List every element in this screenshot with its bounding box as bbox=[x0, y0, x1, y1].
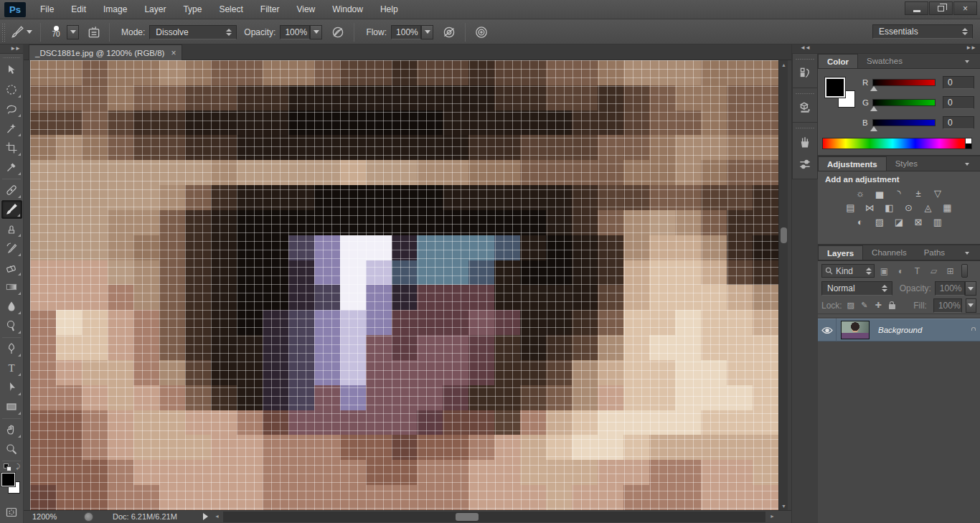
blue-value-field[interactable]: 0 bbox=[943, 116, 974, 129]
brush-settings-panel-button[interactable] bbox=[794, 154, 816, 175]
collapse-dock-button[interactable]: ►► bbox=[818, 44, 980, 54]
panel-grip[interactable] bbox=[796, 92, 814, 95]
foreground-color-swatch[interactable] bbox=[825, 77, 845, 98]
menu-select[interactable]: Select bbox=[210, 0, 251, 19]
menu-edit[interactable]: Edit bbox=[62, 0, 95, 19]
tab-styles[interactable]: Styles bbox=[887, 156, 926, 171]
brush-preset-widget[interactable]: 70 bbox=[45, 23, 79, 42]
flow-select[interactable]: 100% bbox=[391, 25, 421, 39]
tab-color[interactable]: Color bbox=[818, 54, 858, 68]
green-value-field[interactable]: 0 bbox=[943, 96, 974, 109]
toggle-brush-panel-button[interactable] bbox=[83, 23, 105, 42]
history-panel-button[interactable] bbox=[794, 62, 816, 84]
status-flyout-button[interactable] bbox=[203, 513, 208, 520]
pressure-size-button[interactable] bbox=[470, 23, 493, 42]
swap-colors-widget[interactable]: ⤸ bbox=[2, 463, 21, 471]
red-value-field[interactable]: 0 bbox=[943, 76, 974, 89]
tool-preset-picker[interactable] bbox=[6, 23, 36, 42]
color-spectrum-ramp[interactable] bbox=[822, 138, 966, 149]
tab-close-icon[interactable]: × bbox=[171, 49, 176, 57]
adjustment-brightness-contrast-icon[interactable]: ☼ bbox=[853, 187, 867, 199]
shape-tool[interactable] bbox=[1, 397, 22, 416]
red-slider[interactable] bbox=[872, 79, 936, 86]
opacity-dropdown-button[interactable] bbox=[310, 25, 322, 39]
quick-selection-tool[interactable] bbox=[1, 119, 22, 138]
horizontal-scrollbar[interactable] bbox=[223, 512, 765, 522]
canvas-image[interactable] bbox=[30, 60, 778, 510]
workspace-switcher[interactable]: Essentials bbox=[872, 24, 973, 39]
menu-image[interactable]: Image bbox=[95, 0, 136, 19]
adjustment-color-balance-icon[interactable]: ⋈ bbox=[863, 201, 877, 214]
close-button[interactable]: × bbox=[953, 1, 977, 15]
filter-pixel-layers-icon[interactable]: ▣ bbox=[877, 264, 891, 278]
slider-thumb[interactable] bbox=[870, 126, 877, 131]
pen-tool[interactable] bbox=[1, 339, 22, 358]
menu-file[interactable]: File bbox=[32, 0, 62, 19]
quick-mask-button[interactable] bbox=[1, 503, 22, 522]
lock-position-icon[interactable]: ✚ bbox=[873, 300, 883, 311]
restore-button[interactable] bbox=[929, 1, 953, 15]
layer-blend-mode-select[interactable]: Normal bbox=[821, 281, 892, 296]
move-tool[interactable] bbox=[1, 61, 22, 80]
gradient-tool[interactable] bbox=[1, 278, 22, 296]
menu-help[interactable]: Help bbox=[372, 0, 407, 19]
panel-menu-icon[interactable] bbox=[965, 58, 976, 65]
minimize-button[interactable] bbox=[905, 1, 928, 15]
tab-layers[interactable]: Layers bbox=[818, 245, 863, 260]
scroll-left-icon[interactable]: ◄ bbox=[215, 514, 220, 519]
adjustment-threshold-icon[interactable]: ◪ bbox=[892, 215, 906, 228]
layer-opacity-field[interactable]: 100% bbox=[935, 281, 965, 296]
layer-row-background[interactable]: Background bbox=[818, 319, 980, 341]
filter-shape-layers-icon[interactable]: ▱ bbox=[927, 264, 941, 278]
panel-menu-icon[interactable] bbox=[965, 161, 976, 168]
foreground-background-swatches[interactable] bbox=[1, 473, 22, 500]
adjustment-black-white-icon[interactable]: ◧ bbox=[882, 201, 897, 214]
adjustment-color-lookup-icon[interactable]: ▦ bbox=[941, 201, 955, 214]
hand-tool[interactable] bbox=[1, 420, 22, 439]
spot-healing-tool[interactable] bbox=[1, 181, 22, 199]
adjustment-hue-saturation-icon[interactable]: ▤ bbox=[844, 201, 858, 214]
lock-all-icon[interactable] bbox=[887, 300, 897, 311]
tab-adjustments[interactable]: Adjustments bbox=[818, 156, 887, 171]
menu-filter[interactable]: Filter bbox=[252, 0, 288, 19]
menu-window[interactable]: Window bbox=[324, 0, 372, 19]
tools-grip[interactable] bbox=[3, 56, 20, 59]
adjustment-levels-icon[interactable]: ▅ bbox=[872, 187, 887, 199]
vertical-scrollbar[interactable]: ▲ ▼ bbox=[778, 60, 788, 510]
expand-dock-button[interactable]: ◄◄ bbox=[792, 44, 818, 54]
zoom-level-field[interactable]: 1200% bbox=[32, 512, 70, 522]
layer-thumbnail[interactable] bbox=[841, 321, 870, 339]
layer-opacity-dropdown[interactable] bbox=[965, 281, 976, 296]
layer-filter-toggle[interactable] bbox=[961, 264, 968, 278]
adjustment-photo-filter-icon[interactable]: ⊙ bbox=[902, 201, 916, 214]
lasso-tool[interactable] bbox=[1, 100, 22, 118]
blend-mode-select[interactable]: Dissolve bbox=[149, 25, 237, 39]
adjustment-vibrance-icon[interactable]: ▽ bbox=[930, 187, 945, 199]
foreground-color-swatch[interactable] bbox=[1, 473, 15, 486]
brush-tool[interactable] bbox=[1, 200, 22, 219]
options-grip[interactable] bbox=[1, 23, 6, 42]
tab-paths[interactable]: Paths bbox=[915, 245, 953, 260]
zoom-tool[interactable] bbox=[1, 440, 22, 458]
tab-channels[interactable]: Channels bbox=[863, 245, 915, 260]
filter-smart-objects-icon[interactable]: ⊞ bbox=[943, 264, 957, 278]
green-slider[interactable] bbox=[872, 99, 936, 106]
fill-dropdown[interactable] bbox=[966, 298, 976, 313]
flow-dropdown-button[interactable] bbox=[421, 25, 433, 39]
brush-presets-panel-button[interactable] bbox=[794, 131, 816, 153]
eraser-tool[interactable] bbox=[1, 258, 22, 277]
adjustment-curves-icon[interactable]: ◝ bbox=[892, 187, 906, 199]
adjustment-gradient-map-icon[interactable]: ▥ bbox=[930, 215, 945, 228]
canvas-viewport[interactable] bbox=[30, 60, 778, 510]
lock-transparency-icon[interactable]: ▨ bbox=[846, 300, 856, 311]
panel-grip[interactable] bbox=[796, 126, 814, 129]
slider-thumb[interactable] bbox=[870, 86, 877, 91]
opacity-select[interactable]: 100% bbox=[280, 25, 310, 39]
panel-grip[interactable] bbox=[796, 57, 814, 60]
pressure-opacity-button[interactable] bbox=[326, 23, 349, 42]
menu-layer[interactable]: Layer bbox=[136, 0, 174, 19]
menu-type[interactable]: Type bbox=[174, 0, 210, 19]
adjustment-channel-mixer-icon[interactable]: ◬ bbox=[921, 201, 936, 214]
vertical-scroll-thumb[interactable] bbox=[781, 227, 787, 243]
panel-menu-icon[interactable] bbox=[965, 250, 976, 257]
